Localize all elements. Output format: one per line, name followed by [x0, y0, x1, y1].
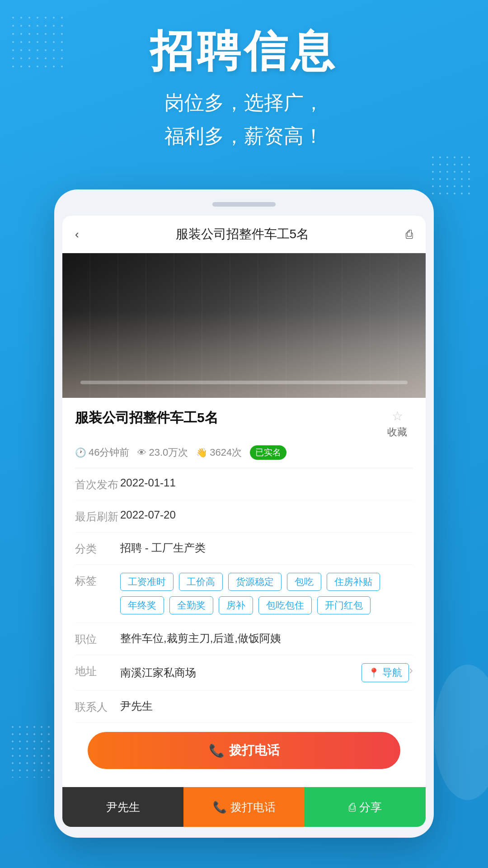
tag-item: 货源稳定	[228, 573, 282, 591]
last-refresh-label: 最后刷新	[75, 509, 120, 524]
tags-wrap: 工资准时工价高货源稳定包吃住房补贴年终奖全勤奖房补包吃包住开门红包	[120, 573, 413, 614]
nav-label: 导航	[382, 666, 402, 679]
phone-notch	[212, 202, 276, 207]
tag-item: 全勤奖	[169, 596, 213, 614]
back-button[interactable]: ‹	[75, 227, 79, 241]
top-bar: ‹ 服装公司招整件车工5名 ⎙	[62, 216, 426, 253]
page-title: 招聘信息	[18, 27, 470, 75]
verified-badge: 已实名	[250, 445, 286, 460]
hand-icon: 👋	[196, 447, 207, 458]
tag-item: 房补	[219, 596, 253, 614]
bottom-contact-button[interactable]: 尹先生	[62, 787, 183, 827]
bottom-share-button[interactable]: ⎙ 分享	[305, 787, 426, 827]
job-title-row: 服装公司招整件车工5名 ☆ 收藏	[75, 409, 413, 439]
call-button[interactable]: 📞 拨打电话	[88, 732, 400, 769]
header-section: 招聘信息 岗位多，选择广， 福利多，薪资高！	[0, 0, 488, 171]
top-bar-title: 服装公司招整件车工5名	[176, 226, 310, 243]
bottom-contact-label: 尹先生	[106, 800, 140, 815]
info-row-tags: 标签 工资准时工价高货源稳定包吃住房补贴年终奖全勤奖房补包吃包住开门红包	[75, 565, 413, 623]
tag-item: 年终奖	[120, 596, 164, 614]
tag-item: 住房补贴	[327, 573, 380, 591]
tags-label: 标签	[75, 573, 120, 588]
call-icon-small: 📞	[213, 801, 227, 814]
contact-label: 联系人	[75, 699, 120, 714]
position-value: 整件车位,裁剪主刀,后道,做饭阿姨	[120, 631, 413, 646]
views-count: 23.0万次	[149, 446, 188, 459]
job-detail: 服装公司招整件车工5名 ☆ 收藏 🕐 46分钟前 👁 23.0万次	[62, 398, 426, 787]
call-btn-wrap: 📞 拨打电话	[75, 723, 413, 780]
info-row-first-publish: 首次发布 2022-01-11	[75, 468, 413, 500]
dots-decoration-tl	[9, 14, 68, 72]
info-row-last-refresh: 最后刷新 2022-07-20	[75, 500, 413, 533]
address-label: 地址	[75, 663, 120, 679]
phone-icon: 📞	[209, 743, 225, 758]
info-table: 首次发布 2022-01-11 最后刷新 2022-07-20 分类 招聘 - …	[75, 468, 413, 723]
share-icon-small: ⎙	[349, 801, 356, 814]
info-row-contact: 联系人 尹先生	[75, 691, 413, 723]
phone-mockup-wrap: ‹ 服装公司招整件车工5名 ⎙ 服装公司招整件车工5名 ☆ 收藏	[0, 189, 488, 838]
share-button[interactable]: ⎙	[406, 227, 413, 241]
job-title: 服装公司招整件车工5名	[75, 409, 381, 427]
dots-decoration-bl	[9, 723, 59, 778]
address-value-row: 南溪江家私商场 📍 导航	[120, 663, 409, 682]
bottom-share-label: 分享	[359, 800, 382, 815]
actions-meta: 👋 3624次	[196, 446, 242, 459]
time-ago: 46分钟前	[89, 446, 129, 459]
first-publish-value: 2022-01-11	[120, 476, 413, 489]
job-image	[62, 253, 426, 398]
info-row-position: 职位 整件车位,裁剪主刀,后道,做饭阿姨	[75, 623, 413, 655]
time-meta: 🕐 46分钟前	[75, 446, 129, 459]
bottom-bar: 尹先生 📞 拨打电话 ⎙ 分享	[62, 787, 426, 827]
collect-label: 收藏	[387, 425, 407, 439]
time-icon: 🕐	[75, 447, 86, 458]
job-image-table	[80, 381, 408, 384]
nav-icon: 📍	[368, 667, 380, 678]
eye-icon: 👁	[137, 448, 146, 458]
position-label: 职位	[75, 631, 120, 646]
collect-area[interactable]: ☆ 收藏	[381, 409, 413, 439]
views-meta: 👁 23.0万次	[137, 446, 188, 459]
info-row-category: 分类 招聘 - 工厂生产类	[75, 533, 413, 565]
inner-screen: ‹ 服装公司招整件车工5名 ⎙ 服装公司招整件车工5名 ☆ 收藏	[62, 216, 426, 827]
actions-count: 3624次	[210, 446, 242, 459]
job-image-inner	[62, 253, 426, 398]
category-value: 招聘 - 工厂生产类	[120, 541, 413, 555]
dots-decoration-tr	[429, 154, 474, 199]
tag-item: 工资准时	[120, 573, 174, 591]
category-label: 分类	[75, 541, 120, 556]
page-subtitle: 岗位多，选择广， 福利多，薪资高！	[18, 86, 470, 154]
tag-item: 包吃包住	[258, 596, 312, 614]
tags-container: 工资准时工价高货源稳定包吃住房补贴年终奖全勤奖房补包吃包住开门红包	[120, 573, 413, 614]
bottom-call-label: 拨打电话	[230, 800, 276, 815]
address-text: 南溪江家私商场	[120, 665, 196, 680]
subtitle-line1: 岗位多，选择广，	[164, 91, 324, 113]
bottom-call-button[interactable]: 📞 拨打电话	[183, 787, 305, 827]
tag-item: 工价高	[179, 573, 223, 591]
call-btn-label: 拨打电话	[229, 742, 280, 759]
tag-item: 开门红包	[317, 596, 371, 614]
info-row-address: 地址 南溪江家私商场 📍 导航 ›	[75, 655, 413, 691]
job-meta: 🕐 46分钟前 👁 23.0万次 👋 3624次 已实名	[75, 445, 413, 460]
star-icon: ☆	[392, 409, 403, 424]
contact-value: 尹先生	[120, 699, 413, 713]
first-publish-label: 首次发布	[75, 476, 120, 492]
last-refresh-value: 2022-07-20	[120, 509, 413, 521]
chevron-right-icon: ›	[409, 663, 413, 677]
phone-mockup: ‹ 服装公司招整件车工5名 ⎙ 服装公司招整件车工5名 ☆ 收藏	[54, 189, 434, 838]
subtitle-line2: 福利多，薪资高！	[164, 125, 324, 147]
tag-item: 包吃	[287, 573, 321, 591]
nav-button[interactable]: 📍 导航	[361, 663, 409, 682]
